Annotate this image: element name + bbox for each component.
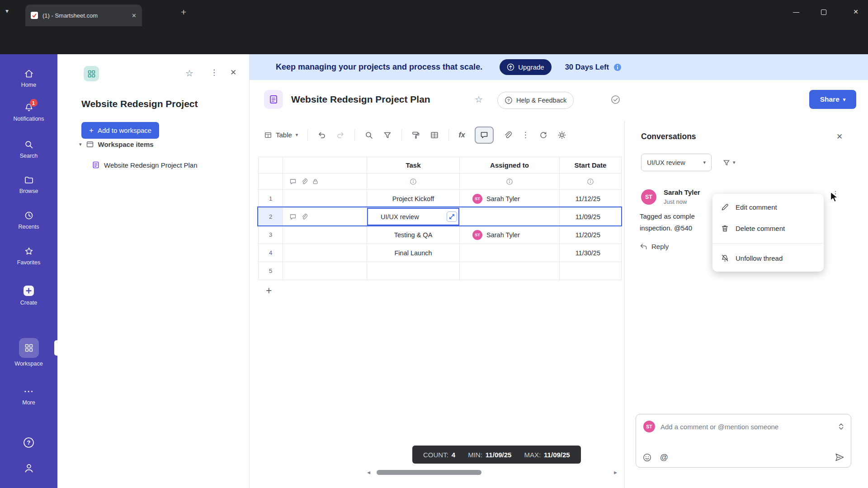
sidebar-item-notifications[interactable]: 1 Notifications	[0, 102, 57, 122]
task-cell-selected[interactable]: UI/UX review	[367, 208, 460, 226]
menu-item-edit-comment[interactable]: Edit comment	[712, 197, 824, 218]
column-header-assigned[interactable]: Assigned to	[460, 157, 560, 174]
browser-tab[interactable]: (1) - Smartsheet.com ✕	[25, 5, 142, 26]
assigned-cell[interactable]	[460, 244, 560, 262]
column-header-start-date[interactable]: Start Date	[560, 157, 622, 174]
add-row-button[interactable]: +	[266, 285, 272, 297]
comment-icon[interactable]	[289, 213, 297, 221]
format-painter-icon[interactable]	[411, 131, 420, 140]
date-cell[interactable]: 11/20/25	[560, 226, 622, 244]
comment-icon[interactable]	[289, 178, 297, 185]
emoji-icon[interactable]	[642, 453, 652, 462]
share-button[interactable]: Share ▾	[809, 90, 856, 109]
task-cell[interactable]: Final Launch	[367, 244, 460, 262]
toolbar-kebab-icon[interactable]: ⋮	[522, 130, 529, 140]
tab-search-chevron-icon[interactable]: ▾	[5, 7, 9, 14]
sidebar-item-favorites[interactable]: Favorites	[0, 246, 57, 266]
window-close-button[interactable]: ✕	[850, 8, 862, 15]
attachment-icon[interactable]	[301, 178, 308, 185]
cell-format-icon[interactable]	[430, 131, 439, 140]
add-to-workspace-button[interactable]: + Add to workspace	[81, 122, 159, 139]
assigned-cell[interactable]: ST Sarah Tyler	[460, 226, 560, 244]
date-cell[interactable]: 11/30/25	[560, 244, 622, 262]
row-icons-header[interactable]	[283, 157, 367, 174]
row-icons-cell[interactable]	[283, 262, 367, 280]
task-cell[interactable]: Testing & QA	[367, 226, 460, 244]
row-icons-cell[interactable]	[283, 244, 367, 262]
row-number[interactable]: 3	[259, 226, 283, 244]
composer-expand-icon[interactable]	[838, 422, 844, 431]
attachment-icon[interactable]	[301, 213, 308, 221]
menu-item-unfollow-thread[interactable]: Unfollow thread	[712, 248, 824, 269]
date-cell[interactable]	[560, 262, 622, 280]
filter-icon[interactable]	[383, 131, 392, 140]
mention-icon[interactable]: @	[660, 453, 668, 462]
row-icons-cell[interactable]	[283, 208, 367, 226]
assigned-info-icon[interactable]	[460, 174, 560, 190]
undo-icon[interactable]	[317, 131, 326, 140]
upgrade-button[interactable]: Upgrade	[500, 59, 552, 75]
view-selector-button[interactable]: Table ▾	[264, 131, 298, 139]
row-icons-cell[interactable]	[283, 190, 367, 208]
window-maximize-button[interactable]	[821, 9, 826, 15]
window-minimize-button[interactable]: —	[790, 8, 802, 15]
comments-toggle-button[interactable]	[475, 127, 494, 144]
menu-item-delete-comment[interactable]: Delete comment	[712, 218, 824, 239]
panel-close-icon[interactable]: ✕	[230, 68, 236, 77]
row-icons-cell[interactable]	[283, 226, 367, 244]
sidebar-item-recents[interactable]: Recents	[0, 210, 57, 230]
favorite-star-icon[interactable]: ☆	[185, 68, 193, 79]
date-cell[interactable]: 11/09/25	[560, 208, 622, 226]
column-header-task[interactable]: Task	[367, 157, 460, 174]
formula-icon[interactable]: fx	[458, 131, 465, 139]
sidebar-help-button[interactable]: ?	[0, 436, 57, 449]
table-view-icon	[264, 131, 272, 139]
search-icon[interactable]	[364, 131, 373, 140]
comment-input[interactable]	[660, 423, 832, 431]
sheet-list-item[interactable]: Website Redesign Project Plan	[92, 161, 198, 169]
date-cell[interactable]: 11/12/25	[560, 190, 622, 208]
sidebar-item-create[interactable]: Create	[0, 285, 57, 306]
attachment-icon[interactable]	[503, 131, 512, 140]
sidebar-item-more[interactable]: ⋯ More	[0, 386, 57, 406]
row-number[interactable]: 1	[259, 190, 283, 208]
sidebar-item-home[interactable]: Home	[0, 68, 57, 88]
row-number[interactable]: 4	[259, 244, 283, 262]
task-cell[interactable]	[367, 262, 460, 280]
row-number-header[interactable]	[259, 157, 283, 174]
activity-history-icon[interactable]	[539, 131, 548, 140]
comment-kebab-icon[interactable]: ⋮	[832, 189, 839, 198]
task-info-icon[interactable]	[367, 174, 460, 190]
task-cell[interactable]: Project Kickoff	[367, 190, 460, 208]
panel-kebab-icon[interactable]: ⋮	[210, 68, 218, 77]
conversations-close-icon[interactable]: ✕	[836, 132, 843, 141]
conversation-filter-button[interactable]: ▾	[720, 154, 738, 171]
horizontal-scrollbar-thumb[interactable]	[377, 470, 481, 475]
sidebar-account-button[interactable]	[0, 462, 57, 474]
assigned-cell[interactable]	[460, 208, 560, 226]
thread-filter-dropdown[interactable]: UI/UX review ▾	[641, 154, 712, 171]
sidebar-item-browse[interactable]: Browse	[0, 174, 57, 194]
workspace-items-section[interactable]: ▾ Workspace items	[79, 140, 154, 148]
row-number[interactable]: 2	[259, 208, 283, 226]
info-icon[interactable]	[613, 63, 622, 71]
sidebar-item-search[interactable]: Search	[0, 139, 57, 159]
sheet-favorite-star-icon[interactable]: ☆	[475, 94, 483, 105]
help-feedback-button[interactable]: ? Help & Feedback	[497, 92, 574, 109]
menu-divider	[712, 243, 824, 244]
send-icon[interactable]	[835, 452, 844, 462]
reply-button[interactable]: Reply	[640, 243, 669, 250]
settings-gear-icon[interactable]	[557, 131, 566, 140]
expand-cell-button[interactable]	[447, 211, 457, 222]
new-tab-button[interactable]: +	[181, 7, 186, 17]
scroll-right-arrow[interactable]: ▸	[614, 469, 617, 476]
sidebar-item-workspace[interactable]: Workspace	[0, 338, 57, 367]
redo-icon[interactable]	[336, 131, 345, 140]
row-number[interactable]: 5	[259, 262, 283, 280]
assigned-cell[interactable]	[460, 262, 560, 280]
chevron-down-icon[interactable]: ▾	[79, 141, 82, 147]
start-date-info-icon[interactable]	[560, 174, 622, 190]
scroll-left-arrow[interactable]: ◂	[367, 469, 370, 476]
assigned-cell[interactable]: ST Sarah Tyler	[460, 190, 560, 208]
tab-close-icon[interactable]: ✕	[132, 12, 137, 19]
